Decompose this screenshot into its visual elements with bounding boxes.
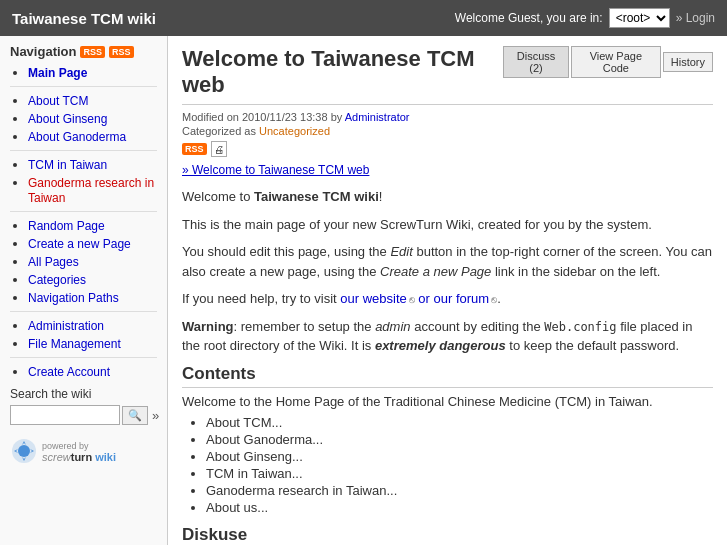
- content-body: Welcome to Taiwanese TCM wiki! This is t…: [182, 187, 713, 356]
- sidebar-item-create-account[interactable]: Create Account: [28, 365, 110, 379]
- header-right: Welcome Guest, you are in: <root>MainTCM…: [455, 8, 715, 28]
- by-prefix: by: [331, 111, 343, 123]
- search-section: Search the wiki 🔍 »: [10, 387, 157, 425]
- sidebar-item-ganoderma-research[interactable]: Ganoderma research in Taiwan: [28, 176, 154, 205]
- powered-by-label: powered by: [42, 441, 116, 451]
- powered-by: powered by screwturn wiki: [10, 437, 157, 467]
- header: Taiwanese TCM wiki Welcome Guest, you ar…: [0, 0, 727, 36]
- list-item: About Ginseng...: [206, 449, 713, 464]
- modified-date: 2010/11/23 13:38: [242, 111, 328, 123]
- page-header: Welcome to Taiwanese TCM web Discuss (2)…: [182, 46, 713, 105]
- sidebar-item-all-pages[interactable]: All Pages: [28, 255, 79, 269]
- search-button[interactable]: 🔍: [122, 406, 148, 425]
- welcome-link[interactable]: » Welcome to Taiwanese TCM web: [182, 163, 369, 177]
- site-title: Taiwanese TCM wiki: [12, 10, 156, 27]
- category-link[interactable]: Uncategorized: [259, 125, 330, 137]
- sidebar-item-tcm-taiwan[interactable]: TCM in Taiwan: [28, 158, 107, 172]
- sidebar-item-main-page[interactable]: Main Page: [28, 66, 87, 80]
- sidebar-item-create-page[interactable]: Create a new Page: [28, 237, 131, 251]
- layout: Navigation RSS RSS Main Page About TCM A…: [0, 36, 727, 545]
- svg-point-1: [18, 445, 30, 457]
- welcome-link-row: » Welcome to Taiwanese TCM web: [182, 163, 713, 177]
- diskuse-heading: Diskuse: [182, 525, 713, 546]
- our-forum-link[interactable]: or our forum: [418, 291, 497, 306]
- print-icon[interactable]: 🖨: [211, 141, 227, 157]
- sidebar-item-about-ginseng[interactable]: About Ginseng: [28, 112, 107, 126]
- powered-logo: [10, 437, 38, 467]
- contents-list: About TCM... About Ganoderma... About Gi…: [182, 415, 713, 515]
- powered-text: powered by screwturn wiki: [42, 441, 116, 463]
- navigation-label: Navigation: [10, 44, 76, 59]
- contents-heading: Contents: [182, 364, 713, 388]
- body-para-1: Welcome to Taiwanese TCM wiki!: [182, 187, 713, 207]
- discuss-button[interactable]: Discuss (2): [503, 46, 569, 78]
- history-button[interactable]: History: [663, 52, 713, 72]
- screwturn-logo-icon: [10, 437, 38, 465]
- page-meta: Modified on 2010/11/23 13:38 by Administ…: [182, 111, 713, 123]
- search-arrow-button[interactable]: »: [150, 408, 161, 423]
- welcome-text: Welcome Guest, you are in:: [455, 11, 603, 25]
- login-link[interactable]: » Login: [676, 11, 715, 25]
- body-para-2: This is the main page of your new ScrewT…: [182, 215, 713, 235]
- warning-text: Warning: remember to setup the admin acc…: [182, 317, 713, 356]
- rss-badge-1[interactable]: RSS: [80, 46, 105, 58]
- page-actions: Discuss (2) View Page Code History: [503, 46, 713, 78]
- search-row: 🔍 »: [10, 405, 157, 425]
- rss-main-badge[interactable]: RSS: [182, 143, 207, 155]
- modified-prefix: Modified on: [182, 111, 239, 123]
- sidebar-item-navigation-paths[interactable]: Navigation Paths: [28, 291, 119, 305]
- sidebar-item-about-tcm[interactable]: About TCM: [28, 94, 88, 108]
- list-item: About TCM...: [206, 415, 713, 430]
- rss-badge-2[interactable]: RSS: [109, 46, 134, 58]
- sidebar-item-file-management[interactable]: File Management: [28, 337, 121, 351]
- sidebar-item-administration[interactable]: Administration: [28, 319, 104, 333]
- list-item: About Ganoderma...: [206, 432, 713, 447]
- search-label: Search the wiki: [10, 387, 157, 401]
- contents-intro: Welcome to the Home Page of the Traditio…: [182, 394, 713, 409]
- body-para-4: If you need help, try to visit our websi…: [182, 289, 713, 309]
- our-website-link[interactable]: our website: [340, 291, 414, 306]
- sidebar-item-about-ganoderma[interactable]: About Ganoderma: [28, 130, 126, 144]
- list-item: Ganoderma research in Taiwan...: [206, 483, 713, 498]
- sidebar-nav: Main Page About TCM About Ginseng About …: [10, 65, 157, 379]
- page-categories: Categorized as Uncategorized: [182, 125, 713, 137]
- page-title: Welcome to Taiwanese TCM web: [182, 46, 503, 98]
- list-item: About us...: [206, 500, 713, 515]
- search-input[interactable]: [10, 405, 120, 425]
- powered-logo-text: screwturn wiki: [42, 451, 116, 463]
- categorized-prefix: Categorized as: [182, 125, 256, 137]
- sidebar-item-categories[interactable]: Categories: [28, 273, 86, 287]
- list-item: TCM in Taiwan...: [206, 466, 713, 481]
- main-content: Welcome to Taiwanese TCM web Discuss (2)…: [168, 36, 727, 545]
- author-link[interactable]: Administrator: [345, 111, 410, 123]
- sidebar-item-random-page[interactable]: Random Page: [28, 219, 105, 233]
- meta-actions: RSS 🖨: [182, 141, 713, 157]
- location-select[interactable]: <root>MainTCM: [609, 8, 670, 28]
- warning-block: Warning: remember to setup the admin acc…: [182, 317, 713, 356]
- sidebar: Navigation RSS RSS Main Page About TCM A…: [0, 36, 168, 545]
- navigation-section-title: Navigation RSS RSS: [10, 44, 157, 59]
- body-para-3: You should edit this page, using the Edi…: [182, 242, 713, 281]
- view-page-code-button[interactable]: View Page Code: [571, 46, 661, 78]
